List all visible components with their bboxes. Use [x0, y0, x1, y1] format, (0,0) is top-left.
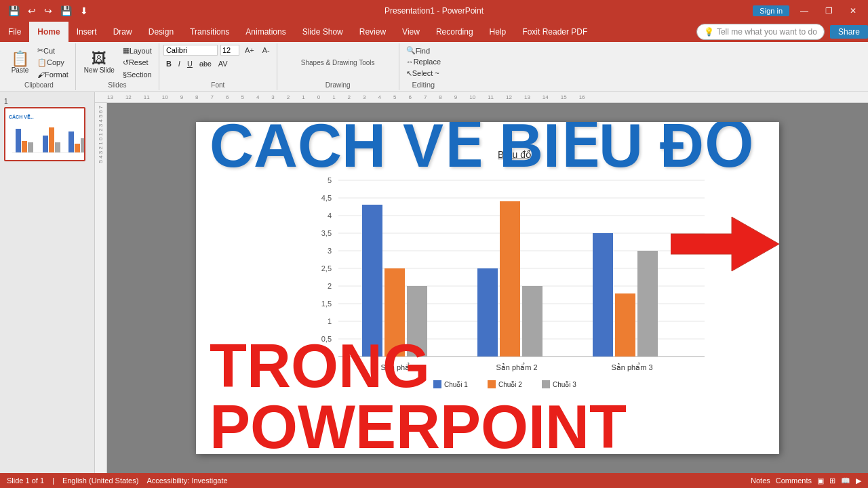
ruler-tick: 7 — [211, 94, 214, 100]
slides-group: 🖼 New Slide ▦ Layout ↺ Reset § Section S… — [76, 43, 159, 90]
ruler-tick: 4 — [256, 94, 259, 100]
tab-file[interactable]: File — [0, 22, 29, 42]
ruler-tick: 8 — [195, 94, 198, 100]
svg-rect-3 — [28, 142, 33, 152]
main-workspace: 1 CÁCH VẼ... — [0, 92, 868, 473]
font-size-increase-button[interactable]: A+ — [242, 45, 257, 56]
redo-icon[interactable]: ↪ — [41, 4, 55, 18]
tab-home[interactable]: Home — [29, 22, 68, 42]
reset-button[interactable]: ↺ Reset — [120, 57, 155, 68]
editing-buttons: 🔍 Find ↔ Replace ↖ Select ~ — [403, 45, 443, 79]
tab-transitions[interactable]: Transitions — [182, 22, 237, 42]
font-size-decrease-button[interactable]: A- — [260, 45, 273, 56]
tell-me-box[interactable]: 💡 Tell me what you want to do — [696, 24, 825, 40]
ruler-v-ticks: 5 4 3 2 1 0 1 2 3 4 5 6 7 — [98, 106, 104, 163]
minimize-button[interactable]: — — [795, 4, 814, 18]
bold-button[interactable]: B — [163, 58, 174, 69]
svg-text:3: 3 — [328, 247, 332, 255]
ruler-tick: 5 — [241, 94, 243, 100]
clipboard-small-buttons: ✂ Cut 📋 Copy 🖌 Format — [35, 45, 71, 80]
cut-icon: ✂ — [37, 46, 43, 55]
new-slide-button[interactable]: 🖼 New Slide — [80, 50, 119, 75]
strikethrough-button[interactable]: abc — [197, 58, 214, 69]
underline-button[interactable]: U — [184, 58, 195, 69]
tab-design[interactable]: Design — [140, 22, 182, 42]
select-icon: ↖ — [406, 69, 412, 78]
font-group: A+ A- B I U abc AV Font — [159, 43, 277, 90]
dropdown-icon[interactable]: ⬇ — [77, 4, 91, 18]
section-button[interactable]: § Section — [120, 69, 155, 80]
tab-view[interactable]: View — [394, 22, 428, 42]
ruler-tick: 1 — [302, 94, 304, 100]
tab-review[interactable]: Review — [351, 22, 394, 42]
ruler-tick: 6 — [408, 94, 411, 100]
reading-view-button[interactable]: 📖 — [841, 476, 850, 485]
cut-button[interactable]: ✂ Cut — [35, 45, 71, 56]
ruler-tick: 4 — [378, 94, 381, 100]
ruler-tick: 8 — [439, 94, 441, 100]
ruler-area: 5 4 3 2 1 0 1 2 3 4 5 6 7 CÁCH VẼ BIỂU Đ… — [95, 103, 868, 473]
ruler-tick: 5 — [393, 94, 396, 100]
close-button[interactable]: ✕ — [844, 4, 863, 18]
editing-group: 🔍 Find ↔ Replace ↖ Select ~ Editing — [399, 43, 448, 90]
workspace: 13 12 11 10 9 8 7 6 5 4 3 2 1 0 1 2 3 4 … — [95, 92, 868, 473]
statusbar: Slide 1 of 1 | English (United States) A… — [0, 473, 868, 488]
svg-rect-8 — [75, 144, 80, 152]
window-title: Presentation1 - PowerPoint — [384, 6, 484, 16]
svg-marker-52 — [671, 217, 779, 271]
save-icon[interactable]: 💾 — [5, 4, 22, 18]
layout-button[interactable]: ▦ Layout — [120, 45, 155, 56]
tab-draw[interactable]: Draw — [105, 22, 140, 42]
font-family-input[interactable] — [163, 45, 218, 56]
new-slide-icon: 🖼 — [92, 52, 106, 66]
slide-thumbnail[interactable]: CÁCH VẼ... — [4, 107, 85, 161]
notes-button[interactable]: Notes — [751, 476, 770, 485]
ruler-tick: 9 — [180, 94, 183, 100]
comments-button[interactable]: Comments — [776, 476, 812, 485]
ribbon-content: 📋 Paste ✂ Cut 📋 Copy 🖌 Format Clipboard … — [0, 42, 868, 92]
tab-insert[interactable]: Insert — [68, 22, 105, 42]
slide-canvas-area[interactable]: CÁCH VẼ BIỂU ĐỒ Biểu đồ 5 4,5 — [107, 103, 868, 473]
copy-button[interactable]: 📋 Copy — [35, 57, 71, 68]
share-button[interactable]: Share — [830, 25, 868, 39]
slide-options: ▦ Layout ↺ Reset § Section — [120, 45, 155, 80]
tab-recording[interactable]: Recording — [428, 22, 481, 42]
restore-button[interactable]: ❐ — [819, 4, 838, 18]
paste-button[interactable]: 📋 Paste — [7, 50, 33, 75]
find-button[interactable]: 🔍 Find — [403, 45, 443, 56]
accessibility-status[interactable]: Accessibility: Investigate — [146, 476, 227, 485]
lightbulb-icon: 💡 — [704, 27, 714, 37]
svg-rect-4 — [43, 136, 48, 152]
svg-text:CÁCH VẼ...: CÁCH VẼ... — [9, 114, 34, 119]
select-button[interactable]: ↖ Select ~ — [403, 68, 443, 79]
quick-access-toolbar: 💾 ↩ ↪ 💾 ⬇ — [5, 4, 91, 18]
text-shadow-button[interactable]: AV — [216, 58, 231, 69]
save2-icon[interactable]: 💾 — [58, 4, 75, 18]
replace-button[interactable]: ↔ Replace — [403, 56, 443, 67]
font-size-input[interactable] — [220, 45, 239, 56]
tell-me-text: Tell me what you want to do — [717, 27, 817, 37]
svg-text:2,5: 2,5 — [321, 264, 332, 272]
ruler-tick: 0 — [317, 94, 320, 100]
normal-view-button[interactable]: ▣ — [817, 476, 824, 485]
ruler-horizontal: 13 12 11 10 9 8 7 6 5 4 3 2 1 0 1 2 3 4 … — [95, 92, 868, 103]
slideshow-view-button[interactable]: ▶ — [856, 476, 861, 485]
clipboard-group: 📋 Paste ✂ Cut 📋 Copy 🖌 Format Clipboard — [3, 43, 76, 90]
ruler-tick: 15 — [561, 94, 567, 100]
italic-button[interactable]: I — [176, 58, 183, 69]
undo-icon[interactable]: ↩ — [25, 4, 39, 18]
slide-sorter-button[interactable]: ⊞ — [829, 476, 835, 485]
tab-foxit[interactable]: Foxit Reader PDF — [514, 22, 595, 42]
status-separator: | — [52, 476, 54, 485]
slide-canvas[interactable]: CÁCH VẼ BIỂU ĐỒ Biểu đồ 5 4,5 — [196, 122, 779, 454]
ruler-tick: 3 — [271, 94, 274, 100]
ruler-tick: 1 — [332, 94, 335, 100]
format-painter-button[interactable]: 🖌 Format — [35, 69, 71, 80]
tab-slideshow[interactable]: Slide Show — [294, 22, 351, 42]
ruler-tick: 11 — [144, 94, 150, 100]
svg-text:2: 2 — [328, 282, 332, 290]
sign-in-button[interactable]: Sign in — [753, 5, 789, 16]
tab-help[interactable]: Help — [481, 22, 515, 42]
ruler-tick: 10 — [162, 94, 168, 100]
tab-animations[interactable]: Animations — [237, 22, 294, 42]
